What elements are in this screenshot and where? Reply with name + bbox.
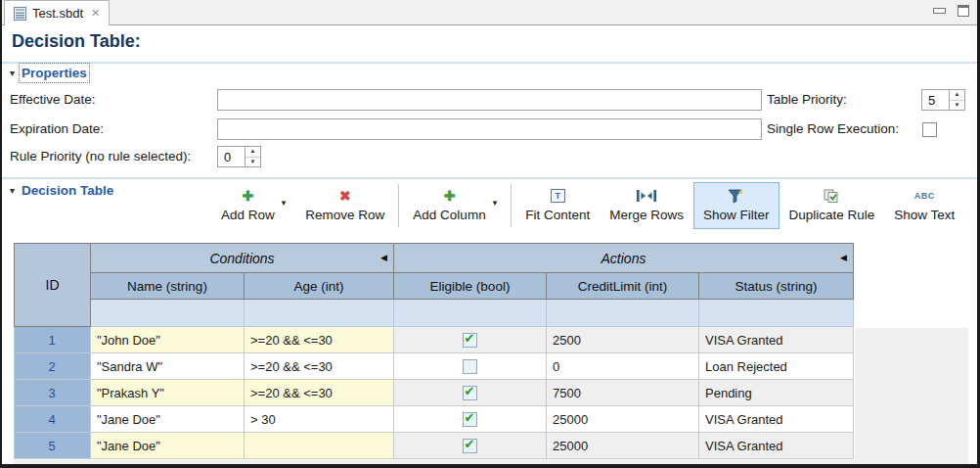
row-id[interactable]: 1: [15, 327, 91, 353]
age-cell[interactable]: >=20 && <=30: [245, 380, 394, 406]
status-cell[interactable]: Pending: [699, 380, 854, 406]
name-cell[interactable]: "Sandra W": [91, 353, 245, 380]
collapse-triangle-icon[interactable]: ▾: [10, 185, 15, 196]
eligible-cell[interactable]: [394, 406, 547, 433]
status-cell[interactable]: VISA Granted: [699, 406, 854, 433]
eligible-checkbox[interactable]: [463, 412, 477, 427]
spinner-up-icon[interactable]: ▲: [245, 147, 260, 157]
name-cell[interactable]: "Jane Doe": [91, 433, 245, 459]
remove-row-button[interactable]: ✖ Remove Row: [295, 182, 394, 229]
creditlimit-cell[interactable]: 25000: [547, 433, 699, 459]
name-cell[interactable]: "Jane Doe": [91, 406, 245, 433]
collapse-left-icon[interactable]: ◀: [380, 253, 387, 262]
column-header-creditlimit[interactable]: CreditLimit (int): [547, 273, 699, 300]
creditlimit-cell[interactable]: 25000: [547, 406, 699, 433]
add-row-button[interactable]: ✚ Add Row ▾: [211, 182, 295, 229]
add-icon: ✚: [444, 186, 456, 206]
table-priority-spinner[interactable]: 5 ▲ ▼: [921, 89, 965, 111]
row-id[interactable]: 3: [15, 380, 91, 406]
age-cell[interactable]: >=20 && <=30: [245, 327, 394, 353]
spinner-up-icon[interactable]: ▲: [950, 90, 964, 100]
add-column-button[interactable]: ✚ Add Column ▾: [403, 182, 507, 229]
properties-section-label[interactable]: Properties: [22, 66, 87, 80]
expiration-date-label: Expiration Date:: [10, 118, 104, 140]
decision-table-section-label[interactable]: Decision Table: [22, 183, 113, 198]
maximize-view-icon[interactable]: [958, 5, 969, 17]
name-cell[interactable]: "John Doe": [91, 327, 245, 353]
decision-grid: ID Conditions ◀ Actions ◀ Name (string) …: [14, 243, 854, 459]
grid-empty-area: [14, 460, 968, 465]
merge-rows-label: Merge Rows: [609, 208, 684, 222]
dropdown-arrow-icon[interactable]: ▾: [493, 198, 498, 208]
table-row: 5 "Jane Doe" 25000 VISA Granted: [15, 433, 854, 459]
show-text-button[interactable]: ABC Show Text: [884, 182, 964, 229]
status-cell[interactable]: VISA Granted: [699, 327, 854, 353]
decision-table-section-header[interactable]: ▾ Decision Table: [10, 183, 113, 198]
show-filter-label: Show Filter: [703, 208, 770, 222]
eligible-cell[interactable]: [394, 327, 547, 353]
eligible-checkbox[interactable]: [463, 333, 477, 348]
minimize-view-icon[interactable]: [933, 8, 946, 14]
creditlimit-cell[interactable]: 7500: [547, 380, 699, 406]
fit-content-label: Fit Content: [525, 208, 590, 222]
column-header-age[interactable]: Age (int): [245, 273, 394, 300]
creditlimit-cell[interactable]: 0: [547, 353, 699, 380]
effective-date-input[interactable]: [217, 89, 762, 111]
table-priority-value[interactable]: 5: [922, 90, 949, 110]
eligible-checkbox[interactable]: [463, 359, 477, 374]
page-title: Decision Table:: [12, 31, 141, 52]
toolbar-separator: [398, 184, 399, 227]
row-id[interactable]: 2: [15, 353, 91, 380]
single-row-execution-checkbox[interactable]: [922, 122, 937, 137]
duplicate-rule-button[interactable]: Duplicate Rule: [780, 182, 885, 229]
eligible-cell[interactable]: [394, 380, 547, 406]
tab-close-icon[interactable]: ✕: [91, 7, 100, 20]
filter-cell[interactable]: [245, 300, 394, 327]
id-column-header[interactable]: ID: [15, 244, 91, 327]
filter-cell[interactable]: [699, 300, 854, 327]
dropdown-arrow-icon[interactable]: ▾: [282, 198, 287, 208]
column-header-name[interactable]: Name (string): [91, 273, 245, 300]
row-id[interactable]: 5: [15, 433, 91, 459]
rule-priority-spinner[interactable]: 0 ▲ ▼: [217, 146, 261, 167]
merge-rows-button[interactable]: Merge Rows: [600, 182, 693, 229]
spinner-down-icon[interactable]: ▼: [245, 157, 260, 167]
filter-cell[interactable]: [91, 300, 245, 327]
collapse-left-icon[interactable]: ◀: [840, 253, 847, 262]
rule-priority-value[interactable]: 0: [218, 147, 245, 166]
name-cell[interactable]: "Prakash Y": [91, 380, 245, 406]
tab-title: Test.sbdt: [32, 6, 83, 21]
fit-content-button[interactable]: T Fit Content: [515, 182, 600, 229]
age-cell[interactable]: > 30: [245, 406, 394, 433]
remove-icon: ✖: [339, 186, 351, 206]
actions-group-header[interactable]: Actions ◀: [394, 244, 854, 273]
status-cell[interactable]: VISA Granted: [699, 433, 854, 459]
eligible-cell[interactable]: [394, 353, 547, 380]
row-id[interactable]: 4: [15, 406, 91, 433]
eligible-checkbox[interactable]: [463, 386, 477, 400]
single-row-execution-label: Single Row Execution:: [767, 118, 899, 140]
show-filter-button[interactable]: Show Filter: [693, 182, 780, 229]
filter-cell[interactable]: [547, 300, 699, 327]
abc-icon: ABC: [914, 186, 935, 206]
expiration-date-input[interactable]: [217, 118, 762, 140]
add-icon: ✚: [243, 186, 254, 206]
fit-content-icon: T: [551, 186, 565, 206]
filter-cell[interactable]: [394, 300, 547, 327]
grid-empty-area: [855, 328, 968, 465]
column-header-status[interactable]: Status (string): [699, 273, 854, 300]
decision-table-editor: Test.sbdt ✕ Decision Table: ▾ Properties…: [0, 0, 980, 468]
rule-priority-label: Rule Priority (no rule selected):: [10, 146, 191, 167]
eligible-cell[interactable]: [394, 433, 547, 459]
collapse-triangle-icon[interactable]: ▾: [10, 68, 15, 78]
age-cell[interactable]: >=20 && <=30: [245, 353, 394, 380]
status-cell[interactable]: Loan Rejected: [699, 353, 854, 380]
age-cell[interactable]: [245, 433, 394, 459]
creditlimit-cell[interactable]: 2500: [547, 327, 699, 353]
spinner-down-icon[interactable]: ▼: [950, 100, 964, 111]
eligible-checkbox[interactable]: [463, 439, 477, 453]
tab-test-sbdt[interactable]: Test.sbdt ✕: [4, 0, 110, 25]
column-header-eligible[interactable]: Eligible (bool): [394, 273, 547, 300]
conditions-group-header[interactable]: Conditions ◀: [91, 244, 394, 273]
properties-section-header[interactable]: ▾ Properties: [10, 66, 87, 80]
